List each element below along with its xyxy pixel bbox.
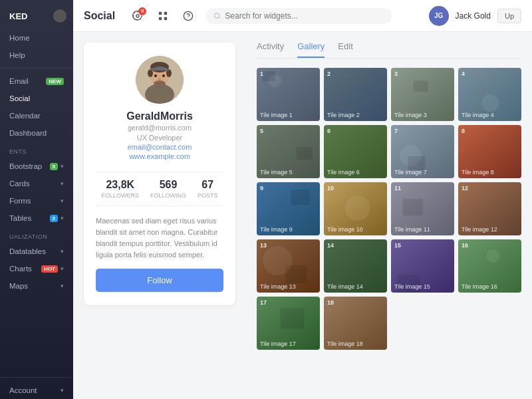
sidebar-item-help[interactable]: Help bbox=[0, 47, 73, 64]
bootstrap-chevron: ▾ bbox=[61, 163, 64, 170]
gallery-tile-12[interactable]: 12Tile image 12 bbox=[458, 182, 521, 235]
grid-button[interactable] bbox=[154, 7, 172, 25]
gallery-tile-13[interactable]: 13Tile image 13 bbox=[257, 239, 320, 293]
gallery-tile-9[interactable]: 9Tile image 9 bbox=[257, 182, 320, 235]
tab-activity[interactable]: Activity bbox=[257, 41, 284, 58]
sidebar-item-social[interactable]: Social bbox=[0, 90, 73, 107]
svg-line-8 bbox=[219, 17, 220, 19]
tile-label-9: Tile image 9 bbox=[260, 226, 293, 233]
sidebar-item-charts[interactable]: Charts HOT ▾ bbox=[0, 260, 73, 277]
logo-text: KED bbox=[9, 11, 27, 21]
svg-rect-28 bbox=[297, 147, 313, 160]
gallery-grid: 1Tile image 1 2Tile image 2 3Tile image … bbox=[257, 68, 521, 350]
gallery-tile-8[interactable]: 8Tile image 8 bbox=[458, 125, 521, 178]
gallery-tile-15[interactable]: 15Tile image 15 bbox=[391, 239, 454, 293]
tile-num-15: 15 bbox=[394, 242, 401, 249]
social-label: Social bbox=[9, 94, 30, 102]
sidebar-item-email[interactable]: Email NEW bbox=[0, 72, 73, 90]
tile-label-1: Tile image 1 bbox=[260, 112, 293, 118]
bootstrap-badge: 5 bbox=[50, 163, 58, 170]
charts-label: Charts bbox=[9, 265, 32, 273]
forms-label: Forms bbox=[9, 197, 31, 205]
sidebar-item-maps[interactable]: Maps ▾ bbox=[0, 277, 73, 295]
up-button[interactable]: Up bbox=[497, 9, 521, 23]
notifications-button[interactable]: 9 bbox=[128, 7, 147, 25]
followers-stat: 23,8K Followers bbox=[101, 179, 139, 199]
sidebar-item-forms[interactable]: Forms ▾ bbox=[0, 192, 73, 209]
tile-num-9: 9 bbox=[260, 185, 263, 192]
tab-edit[interactable]: Edit bbox=[338, 41, 352, 58]
tile-num-13: 13 bbox=[260, 242, 267, 249]
tables-label: Tables bbox=[9, 214, 31, 222]
tile-label-2: Tile image 2 bbox=[327, 112, 360, 118]
help-label: Help bbox=[9, 51, 25, 59]
search-input[interactable] bbox=[225, 11, 384, 21]
tile-num-18: 18 bbox=[327, 299, 334, 306]
help-button[interactable] bbox=[179, 7, 198, 25]
gallery-tile-14[interactable]: 14Tile image 14 bbox=[324, 239, 387, 293]
maps-label: Maps bbox=[9, 282, 28, 290]
profile-website[interactable]: www.example.com bbox=[129, 152, 190, 160]
sidebar-item-dashboard[interactable]: Dashboard bbox=[0, 124, 73, 142]
sidebar-item-datatables[interactable]: Datatables ▾ bbox=[0, 243, 73, 260]
gallery-tile-17[interactable]: 17Tile image 17 bbox=[257, 297, 320, 350]
svg-rect-32 bbox=[408, 156, 426, 170]
search-box[interactable] bbox=[205, 8, 392, 24]
posts-stat: 67 Posts bbox=[198, 179, 218, 199]
svg-rect-39 bbox=[403, 199, 423, 215]
tile-label-16: Tile image 16 bbox=[462, 283, 497, 290]
profile-top: GeraldMorris gerald@morris.com UX Develo… bbox=[96, 56, 223, 161]
gallery-tabs: Activity Gallery Edit bbox=[257, 41, 521, 59]
gallery-tile-4[interactable]: 4Tile image 4 bbox=[458, 68, 521, 121]
header: Social 9 JG Jack Gold Up bbox=[73, 0, 532, 32]
profile-email: gerald@morris.com bbox=[128, 124, 192, 132]
posts-value: 67 bbox=[198, 179, 218, 191]
gallery-tile-6[interactable]: 6Tile image 6 bbox=[324, 125, 387, 178]
gallery-tile-18[interactable]: 18Tile image 18 bbox=[324, 297, 387, 350]
tile-label-11: Tile image 11 bbox=[394, 226, 430, 233]
tile-num-12: 12 bbox=[462, 185, 468, 192]
tile-label-4: Tile image 4 bbox=[462, 112, 494, 118]
divider-bottom bbox=[0, 377, 73, 378]
divider-1 bbox=[0, 68, 73, 68]
notification-badge: 9 bbox=[138, 7, 146, 15]
svg-point-7 bbox=[215, 13, 219, 17]
followers-label: Followers bbox=[101, 192, 139, 199]
section-label-visualization: ualization bbox=[0, 227, 73, 243]
sidebar-item-cards[interactable]: Cards ▾ bbox=[0, 175, 73, 192]
gallery-tile-11[interactable]: 11Tile image 11 bbox=[391, 182, 454, 235]
tile-num-3: 3 bbox=[394, 70, 398, 77]
gallery-panel: Activity Gallery Edit 1Tile image 1 2Til… bbox=[246, 32, 532, 399]
tile-label-10: Tile image 10 bbox=[327, 226, 363, 233]
sidebar-item-home[interactable]: Home bbox=[0, 29, 73, 47]
svg-point-18 bbox=[154, 80, 166, 87]
datatables-label: Datatables bbox=[9, 247, 46, 255]
svg-point-17 bbox=[158, 78, 161, 81]
svg-point-16 bbox=[162, 74, 165, 77]
email-label: Email bbox=[9, 77, 29, 85]
sidebar-item-account[interactable]: Account ▾ bbox=[0, 382, 73, 399]
follow-button[interactable]: Follow bbox=[96, 269, 223, 292]
gallery-tile-5[interactable]: 5Tile image 5 bbox=[257, 125, 320, 178]
gallery-tile-16[interactable]: 16Tile image 16 bbox=[458, 239, 521, 293]
following-value: 569 bbox=[150, 179, 186, 191]
sidebar-item-bootstrap[interactable]: Bootstrap 5 ▾ bbox=[0, 158, 73, 175]
gallery-tile-10[interactable]: 10Tile image 10 bbox=[324, 182, 387, 235]
svg-rect-35 bbox=[291, 190, 310, 205]
gallery-tile-7[interactable]: 7Tile image 7 bbox=[391, 125, 454, 178]
gallery-tile-1[interactable]: 1Tile image 1 bbox=[257, 68, 320, 121]
account-label: Account bbox=[9, 386, 37, 394]
gallery-tile-2[interactable]: 2Tile image 2 bbox=[324, 68, 387, 121]
tile-num-6: 6 bbox=[327, 128, 331, 134]
profile-contact-email[interactable]: email@contact.com bbox=[128, 143, 192, 151]
svg-rect-24 bbox=[414, 80, 428, 92]
sidebar-item-calendar[interactable]: Calendar bbox=[0, 107, 73, 124]
tab-gallery[interactable]: Gallery bbox=[297, 41, 325, 58]
tables-badge: 2 bbox=[50, 215, 58, 222]
sidebar-item-tables[interactable]: Tables 2 ▾ bbox=[0, 209, 73, 227]
svg-rect-2 bbox=[164, 11, 167, 14]
logo-icon bbox=[53, 9, 66, 23]
gallery-tile-3[interactable]: 3Tile image 3 bbox=[391, 68, 454, 121]
tile-num-11: 11 bbox=[394, 185, 401, 192]
charts-chevron: ▾ bbox=[61, 265, 64, 272]
